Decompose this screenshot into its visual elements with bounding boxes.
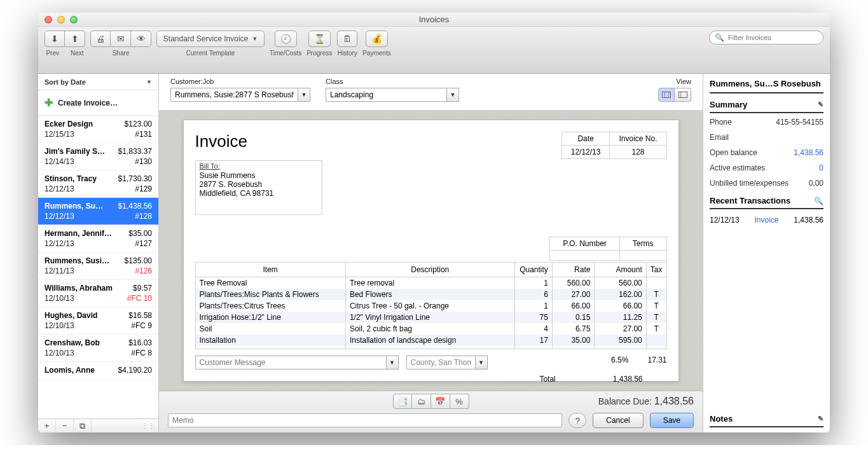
recent-transaction-row[interactable]: 12/12/13 Invoice 1,438.56 [710,212,823,228]
history-button[interactable]: 🗓 [337,31,357,47]
cell-desc[interactable] [345,346,514,349]
date-value[interactable]: 12/12/13 [561,146,610,159]
cell-tax[interactable] [646,277,666,289]
cell-amt[interactable]: 27.00 [595,323,646,335]
list-item[interactable]: Loomis, Anne$4,190.20 [38,362,158,380]
filter-invoices-search[interactable]: 🔍 [709,31,823,45]
table-row[interactable] [195,346,666,349]
cell-qty[interactable] [514,346,552,349]
cell-qty[interactable]: 75 [514,312,552,323]
cell-tax[interactable] [646,335,666,346]
cell-qty[interactable]: 1 [514,300,552,312]
cell-rate[interactable]: 0.15 [552,312,595,323]
line-items-table[interactable]: Item Description Quantity Rate Amount Ta… [195,262,667,349]
list-item[interactable]: Rummens, Susi…$135.0012/11/13#126 [38,252,158,280]
remove-button[interactable]: − [56,419,74,432]
cell-desc[interactable]: Bed Flowers [345,289,514,300]
cell-item[interactable]: Irrigation Hose:1/2" Line [195,312,345,323]
list-item[interactable]: Hughes, David$16.5812/10/13#FC 9 [38,307,158,335]
tax-item-dropdown[interactable]: ▼ [406,356,488,370]
cell-amt[interactable]: 66.00 [595,300,646,312]
cancel-button[interactable]: Cancel [593,413,643,428]
billto-box[interactable]: Bill To: Susie Rummens 2877 S. Rosebush … [195,160,322,215]
chevron-down-icon[interactable]: ▼ [475,356,488,370]
resize-handle-icon[interactable]: ⋮⋮ [92,419,158,432]
cell-tax[interactable]: T [646,300,666,312]
edit-icon[interactable]: ✎ [818,415,823,423]
cell-amt[interactable]: 162.00 [595,289,646,300]
cell-rate[interactable]: 35.00 [552,335,595,346]
cell-rate[interactable]: 560.00 [552,277,595,289]
table-row[interactable]: Plants/Trees:Citrus TreesCitrus Tree - 5… [195,300,666,312]
chevron-down-icon[interactable]: ▼ [386,356,399,370]
timecosts-button[interactable]: 🕘 [275,31,297,47]
cell-desc[interactable]: 1/2" Vinyl Irrigation Line [345,312,514,323]
cell-rate[interactable]: 66.00 [552,300,595,312]
customer-message-dropdown[interactable]: ▼ [195,356,399,370]
cell-desc[interactable]: Tree removal [345,277,514,289]
create-invoice-button[interactable]: ✚ Create Invoice… [38,90,158,116]
customer-job-input[interactable] [170,88,298,102]
email-button[interactable]: ✉ [111,31,131,47]
cell-desc[interactable]: Soil, 2 cubic ft bag [345,323,514,335]
class-input[interactable] [326,88,446,102]
help-button[interactable]: ? [568,413,586,428]
cell-rate[interactable]: 27.00 [552,289,595,300]
tax-item-input[interactable] [406,356,475,370]
terms-value[interactable] [619,251,666,261]
sort-by-button[interactable]: Sort by Date ▼ [38,74,158,90]
tool-button-2[interactable]: 🗂 [412,394,431,409]
trx-type-link[interactable]: Invoice [754,216,778,225]
cell-desc[interactable]: Installation of landscape design [345,335,514,346]
invoice-list[interactable]: Ecker Design$123.0012/15/13#131Jim's Fam… [38,116,158,418]
prev-button[interactable]: ⬇ [45,31,65,47]
template-dropdown[interactable]: Standard Service Invoice ▼ [156,31,265,47]
table-row[interactable]: InstallationInstallation of landscape de… [195,335,666,346]
tool-button-1[interactable]: 📑 [393,394,412,409]
customer-message-input[interactable] [195,356,386,370]
cell-tax[interactable]: T [646,312,666,323]
chevron-down-icon[interactable]: ▼ [298,88,310,102]
cell-item[interactable]: Installation [195,335,345,346]
po-value[interactable] [550,251,619,261]
memo-input[interactable] [168,413,562,427]
cell-tax[interactable] [646,346,666,349]
cell-tax[interactable]: T [646,323,666,335]
list-item[interactable]: Williams, Abraham$9.5712/10/13#FC 10 [38,280,158,307]
cell-tax[interactable]: T [646,289,666,300]
list-item[interactable]: Crenshaw, Bob$16.0312/10/13#FC 8 [38,335,158,362]
duplicate-button[interactable]: ⧉ [74,419,92,432]
percent-button[interactable]: % [450,394,469,409]
list-item[interactable]: Hermann, Jennif…$35.0012/12/13#127 [38,225,158,252]
customer-job-dropdown[interactable]: ▼ [170,88,310,102]
cell-qty[interactable]: 6 [514,289,552,300]
list-item[interactable]: Jim's Family S…$1,833.3712/14/13#130 [38,143,158,170]
list-item[interactable]: Ecker Design$123.0012/15/13#131 [38,116,158,143]
activeest-value[interactable]: 0 [819,163,823,172]
cell-rate[interactable]: 6.75 [552,323,595,335]
cell-qty[interactable]: 4 [514,323,552,335]
cell-desc[interactable]: Citrus Tree - 50 gal. - Orange [345,300,514,312]
cell-item[interactable]: Tree Removal [195,277,345,289]
next-button[interactable]: ⬆ [65,31,85,47]
add-button[interactable]: + [38,419,56,432]
table-row[interactable]: Irrigation Hose:1/2" Line1/2" Vinyl Irri… [195,312,666,323]
search-input[interactable] [728,34,818,41]
view-no-right-panel-button[interactable] [675,88,691,102]
tool-button-3[interactable]: 📅 [431,394,450,409]
cell-qty[interactable]: 17 [514,335,552,346]
table-row[interactable]: Plants/Trees:Misc Plants & FlowersBed Fl… [195,289,666,300]
class-dropdown[interactable]: ▼ [326,88,459,102]
save-button[interactable]: Save [650,413,694,428]
table-row[interactable]: SoilSoil, 2 cubic ft bag46.7527.00T [195,323,666,335]
cell-rate[interactable] [552,346,595,349]
view-with-right-panel-button[interactable] [658,88,675,102]
openbal-value[interactable]: 1,438.56 [794,148,823,157]
cell-item[interactable]: Plants/Trees:Misc Plants & Flowers [195,289,345,300]
progress-button[interactable]: ⌛ [308,31,331,47]
edit-icon[interactable]: ✎ [818,100,823,109]
cell-item[interactable]: Plants/Trees:Citrus Trees [195,300,345,312]
list-item[interactable]: Stinson, Tracy$1,730.3012/12/13#129 [38,170,158,198]
payments-button[interactable]: 💰 [366,31,388,47]
cell-amt[interactable] [595,346,646,349]
